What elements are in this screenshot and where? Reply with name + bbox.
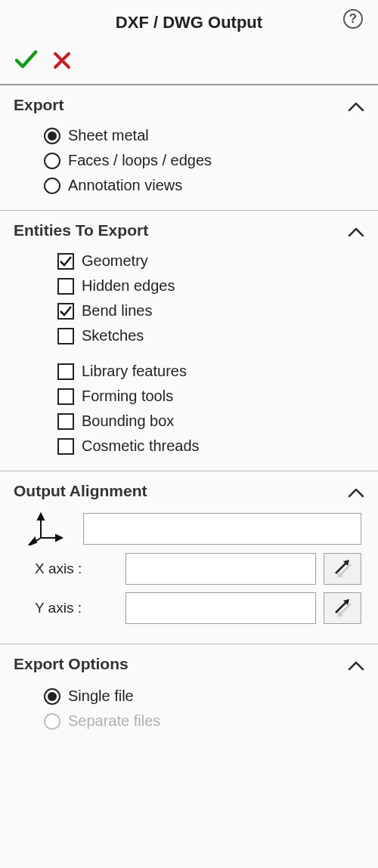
checkbox-sketches[interactable]: Sketches (57, 323, 364, 348)
radio-faces-loops-edges[interactable]: Faces / loops / edges (44, 148, 364, 173)
radio-annotation-views[interactable]: Annotation views (44, 173, 364, 198)
alignment-row-x-axis: X axis : (26, 553, 361, 585)
svg-marker-3 (56, 535, 62, 541)
svg-marker-1 (38, 514, 44, 520)
checkbox-icon (57, 253, 74, 270)
panel-title: DXF / DWG Output (116, 13, 262, 32)
section-body-entities: Geometry Hidden edges Bend lines Sketche… (14, 247, 364, 471)
radio-label: Sheet metal (68, 127, 149, 144)
section-label-alignment: Output Alignment (14, 482, 147, 500)
axes-icon (27, 512, 76, 545)
radio-single-file[interactable]: Single file (44, 684, 364, 709)
chevron-up-icon (348, 101, 364, 112)
section-header-entities[interactable]: Entities To Export (14, 211, 364, 247)
action-row (14, 44, 364, 84)
checkbox-label: Bend lines (82, 302, 152, 320)
checkbox-icon (57, 303, 74, 320)
help-icon[interactable]: ? (343, 9, 363, 29)
checkbox-label: Cosmetic threads (82, 437, 200, 455)
checkbox-label: Forming tools (82, 388, 173, 405)
radio-label: Single file (68, 687, 134, 705)
section-header-export-options[interactable]: Export Options (14, 644, 364, 681)
title-row: DXF / DWG Output ? (14, 8, 364, 38)
checkbox-library-features[interactable]: Library features (57, 359, 364, 384)
checkbox-label: Geometry (82, 252, 148, 270)
checkbox-icon (57, 278, 74, 295)
svg-marker-5 (29, 538, 36, 545)
coord-system-input[interactable] (83, 513, 361, 545)
checkbox-label: Bounding box (82, 412, 174, 430)
radio-icon (44, 688, 60, 705)
section-label-export: Export (14, 96, 64, 114)
checkbox-cosmetic-threads[interactable]: Cosmetic threads (57, 434, 364, 459)
checkbox-geometry[interactable]: Geometry (57, 249, 364, 273)
checkbox-icon (57, 413, 74, 430)
section-label-entities: Entities To Export (14, 221, 148, 239)
radio-icon (44, 713, 60, 730)
section-label-export-options: Export Options (14, 655, 129, 673)
checkbox-hidden-edges[interactable]: Hidden edges (57, 273, 364, 298)
section-body-export-options: Single file Separate files (14, 681, 364, 746)
checkbox-icon (57, 328, 74, 344)
chevron-up-icon (348, 487, 364, 498)
radio-icon (44, 128, 60, 144)
x-axis-label: X axis : (27, 561, 118, 577)
checkbox-label: Sketches (82, 327, 144, 344)
section-header-export[interactable]: Export (14, 85, 364, 122)
checkbox-icon (57, 438, 74, 455)
y-axis-label: Y axis : (27, 600, 118, 616)
flip-arrows-icon (331, 557, 354, 582)
checkbox-bounding-box[interactable]: Bounding box (57, 409, 364, 434)
y-axis-flip-button[interactable] (324, 592, 361, 624)
chevron-up-icon (348, 227, 364, 237)
y-axis-input[interactable] (125, 592, 316, 624)
alignment-row-coord-system (27, 512, 361, 545)
ok-icon[interactable] (15, 50, 38, 73)
cancel-icon[interactable] (53, 51, 71, 73)
radio-icon (44, 153, 60, 169)
alignment-row-y-axis: Y axis : (26, 592, 361, 624)
radio-sheet-metal[interactable]: Sheet metal (44, 123, 364, 148)
section-body-export: Sheet metal Faces / loops / edges Annota… (14, 122, 364, 210)
checkbox-icon (57, 388, 74, 405)
x-axis-input[interactable] (125, 553, 316, 585)
radio-label: Annotation views (68, 177, 182, 194)
checkbox-icon (57, 363, 74, 380)
flip-arrows-icon (331, 596, 354, 621)
radio-label: Faces / loops / edges (68, 152, 212, 169)
radio-label: Separate files (68, 712, 160, 730)
x-axis-flip-button[interactable] (324, 553, 361, 585)
section-header-alignment[interactable]: Output Alignment (14, 471, 364, 508)
radio-separate-files: Separate files (44, 709, 364, 734)
dxf-dwg-output-panel: DXF / DWG Output ? Export Sheet metal Fa… (0, 0, 378, 746)
radio-icon (44, 178, 60, 194)
chevron-up-icon (348, 660, 364, 671)
checkbox-bend-lines[interactable]: Bend lines (57, 298, 364, 323)
checkbox-label: Library features (82, 363, 187, 380)
checkbox-forming-tools[interactable]: Forming tools (57, 384, 364, 409)
checkbox-label: Hidden edges (82, 277, 175, 295)
section-body-alignment: X axis : Y axis : (14, 508, 364, 644)
